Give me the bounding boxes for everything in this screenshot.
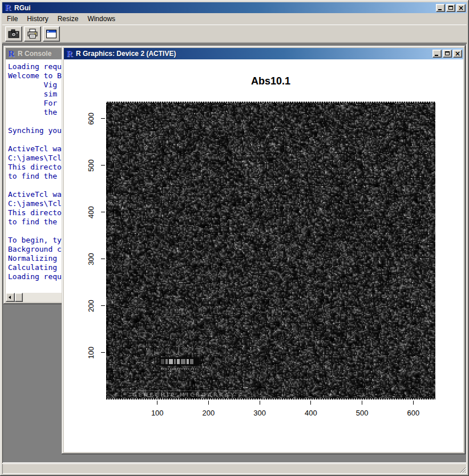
y-axis-tick-label: 200 (87, 295, 96, 317)
mdi-client-area: R R Console × Loading requWelcome to B V… (2, 43, 467, 463)
console-r-icon: R (7, 50, 16, 58)
copy-to-clipboard-button[interactable] (5, 26, 22, 42)
y-axis-tick (101, 212, 105, 212)
plot-title: Abs10.1 (106, 75, 435, 87)
x-axis-tick-label: 600 (402, 409, 424, 417)
y-axis-tick (101, 305, 105, 306)
app-r-icon: R (3, 3, 13, 12)
graphics-maximize-button[interactable] (443, 50, 452, 58)
graphics-window[interactable]: R R Graphics: Device 2 (ACTIVE) × Abs10.… (62, 46, 466, 454)
x-axis-tick (260, 401, 260, 405)
x-axis-tick (157, 401, 157, 405)
y-axis-tick-label: 100 (87, 341, 96, 364)
minimize-button[interactable] (436, 4, 445, 12)
left-triangle-icon (9, 296, 11, 299)
close-icon: × (454, 50, 462, 58)
plot-area: Abs10.1 10020030040050060010020030040050… (64, 59, 463, 452)
y-axis-tick (101, 259, 105, 259)
menu-item-history[interactable]: History (22, 14, 52, 24)
y-axis-tick (101, 165, 105, 166)
graphics-r-icon: R (65, 50, 74, 58)
menu-item-file[interactable]: File (2, 14, 22, 24)
x-axis-tick-label: 200 (197, 409, 220, 417)
y-axis-tick-label: 300 (87, 248, 96, 271)
minimize-icon (435, 55, 438, 56)
console-title: R Console (18, 50, 51, 58)
x-axis-tick (362, 401, 362, 405)
main-titlebar[interactable]: R RGui × (2, 2, 467, 13)
rgui-main-window: R RGui × FileHistoryResizeWindows (0, 0, 469, 476)
toolbar (2, 25, 467, 43)
y-axis-tick-label: 400 (87, 201, 96, 224)
menu-item-resize[interactable]: Resize (53, 14, 83, 24)
graphics-titlebar[interactable]: R R Graphics: Device 2 (ACTIVE) × (64, 48, 463, 59)
y-axis-tick-label: 500 (87, 154, 96, 177)
x-axis-tick-label: 300 (248, 409, 271, 417)
scrollbar-thumb[interactable] (15, 293, 23, 302)
x-axis-tick-label: 500 (351, 409, 374, 417)
main-window-title: RGui (14, 4, 31, 12)
menu-bar: FileHistoryResizeWindows (2, 13, 467, 25)
resize-grip-icon[interactable] (459, 466, 466, 473)
printer-icon (27, 29, 38, 39)
maximize-icon (448, 6, 453, 10)
graphics-title: R Graphics: Device 2 (ACTIVE) (76, 50, 176, 58)
x-axis-tick (310, 401, 311, 405)
menu-item-windows[interactable]: Windows (83, 14, 120, 24)
maximize-icon (445, 51, 450, 55)
console-window-button[interactable] (43, 26, 60, 42)
graphics-minimize-button[interactable] (432, 50, 442, 58)
status-bar (2, 463, 467, 474)
y-axis-tick (101, 118, 105, 119)
close-button[interactable]: × (456, 4, 466, 12)
x-axis-tick (413, 401, 414, 405)
graphics-client: Abs10.1 10020030040050060010020030040050… (64, 59, 463, 452)
x-axis-tick-label: 400 (300, 409, 322, 417)
x-axis-tick-label: 100 (146, 409, 169, 417)
maximize-button[interactable] (446, 4, 455, 12)
graphics-close-button[interactable]: × (453, 50, 462, 58)
y-axis-tick (101, 352, 105, 353)
camera-icon (8, 29, 19, 38)
print-button[interactable] (24, 26, 41, 42)
y-axis-tick-label: 600 (87, 107, 96, 130)
scroll-left-button[interactable] (6, 293, 15, 302)
close-icon: × (457, 4, 465, 12)
microarray-image (106, 102, 435, 400)
x-axis-tick (208, 401, 209, 405)
minimize-icon (438, 9, 442, 10)
window-icon (46, 29, 57, 39)
